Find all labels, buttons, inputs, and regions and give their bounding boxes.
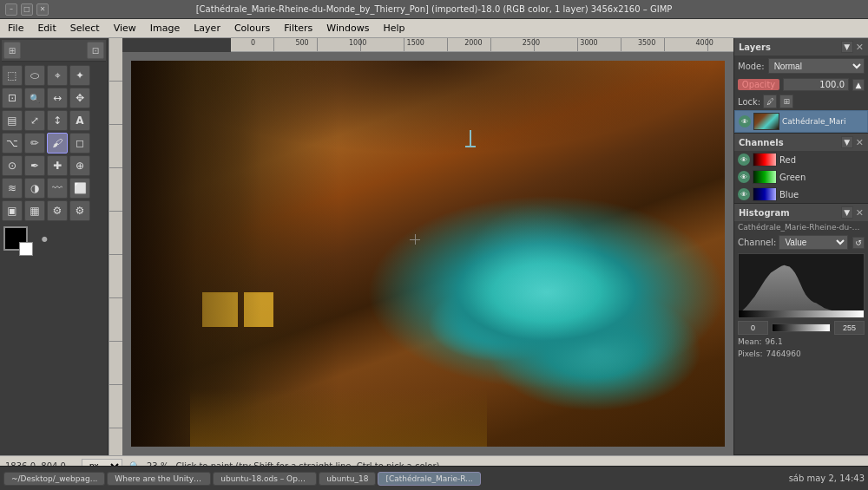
measure-tool[interactable]: ↔ — [47, 88, 68, 108]
histogram-range-max[interactable] — [834, 321, 865, 335]
channels-panel-close[interactable]: ✕ — [856, 137, 864, 148]
histogram-svg — [739, 254, 864, 317]
title-bar: – □ ✕ [Cathédrale_Marie-Rheine-du-Monde_… — [0, 0, 868, 19]
channels-panel-header[interactable]: Channels ▼ ✕ — [734, 134, 868, 151]
histogram-panel-title: Histogram — [739, 208, 790, 218]
background-color[interactable] — [19, 242, 33, 256]
layers-panel: Layers ▼ ✕ Mode: Normal Multiply Screen … — [734, 38, 868, 134]
taskbar: ~/Desktop/_webpag... Where are the Unity… — [0, 466, 868, 490]
layers-panel-options[interactable]: ▼ — [841, 41, 853, 53]
channel-green-visibility[interactable]: 👁 — [738, 171, 750, 183]
layers-panel-close[interactable]: ✕ — [856, 42, 864, 53]
menu-file[interactable]: File — [2, 22, 30, 35]
toolbox-options-icon[interactable]: ⊡ — [87, 42, 104, 59]
menu-layer[interactable]: Layer — [187, 22, 227, 35]
smudge-tool[interactable]: 〰 — [47, 178, 68, 199]
free-select-tool[interactable]: ⌖ — [47, 65, 68, 86]
eraser-tool[interactable]: ◻ — [69, 133, 90, 154]
channel-blue-visibility[interactable]: 👁 — [738, 188, 750, 200]
menu-help[interactable]: Help — [377, 22, 411, 35]
dodge-burn-tool[interactable]: ◑ — [24, 178, 45, 199]
heal-tool[interactable]: ✚ — [47, 155, 68, 176]
layer-item[interactable]: 👁 Cathédrale_Mari — [734, 110, 868, 133]
layers-panel-title: Layers — [739, 42, 771, 52]
roof-area — [190, 389, 487, 447]
histogram-channel-select[interactable]: Value Red Green Blue — [779, 235, 848, 250]
taskbar-item-4[interactable]: [Cathédrale_Marie-R... — [378, 472, 480, 486]
taskbar-item-1[interactable]: Where are the Unity ... — [107, 472, 211, 486]
layers-panel-header[interactable]: Layers ▼ ✕ — [734, 38, 868, 56]
histogram-pixels-stats: Pixels: 7464960 — [734, 348, 868, 360]
toolbox-expand-icon[interactable]: ⊞ — [3, 42, 21, 59]
channel-red-thumb — [753, 153, 777, 167]
channel-item-blue[interactable]: 👁 Blue — [734, 186, 868, 203]
fuzzy-select-tool[interactable]: ✦ — [69, 65, 90, 86]
taskbar-item-0[interactable]: ~/Desktop/_webpag... — [3, 472, 105, 486]
menu-view[interactable]: View — [108, 22, 142, 35]
channel-blue-thumb — [753, 187, 777, 201]
menu-colours[interactable]: Colours — [228, 22, 276, 35]
clone-tool[interactable]: ⊕ — [69, 155, 90, 176]
channel-red-visibility[interactable]: 👁 — [738, 154, 750, 166]
taskbar-item-2[interactable]: ubuntu-18.ods – Ope... — [213, 472, 317, 486]
path-tool[interactable]: ⌥ — [2, 133, 23, 154]
align-tool[interactable]: ▤ — [2, 110, 23, 131]
ruler-left — [108, 38, 122, 455]
histogram-panel-close[interactable]: ✕ — [856, 207, 864, 219]
menu-windows[interactable]: Windows — [320, 22, 375, 35]
script-tool[interactable]: ⚙ — [47, 200, 68, 221]
opacity-stepper[interactable]: ▲ — [852, 79, 865, 91]
histogram-refresh-icon[interactable]: ↺ — [852, 237, 865, 249]
lock-label: Lock: — [738, 97, 760, 107]
color-picker-tool[interactable]: ⊡ — [2, 88, 23, 108]
menu-select[interactable]: Select — [64, 22, 106, 35]
airbrush-tool[interactable]: ⊙ — [2, 155, 23, 176]
layer-visibility-toggle[interactable]: 👁 — [739, 115, 751, 127]
histogram-range-gradient[interactable] — [772, 323, 831, 332]
rectangle-select-tool[interactable]: ⬚ — [2, 65, 23, 86]
histogram-channel-row: Channel: Value Red Green Blue ↺ — [734, 233, 868, 252]
ellipse-select-tool[interactable]: ⬭ — [24, 65, 45, 86]
mode-select[interactable]: Normal Multiply Screen — [768, 58, 865, 74]
flip-tool[interactable]: ↕ — [47, 110, 68, 131]
canvas-area[interactable] — [122, 52, 733, 455]
histogram-range-bar — [739, 310, 864, 317]
histogram-stats: Mean: 96.1 — [734, 336, 868, 348]
lock-pixels-icon[interactable]: 🖊 — [763, 95, 777, 108]
histogram-subtitle: Cathédrale_Marie-Rheine-du-Mo... — [734, 221, 868, 233]
foreground-color[interactable] — [3, 226, 28, 251]
zoom-tool[interactable]: 🔍 — [24, 88, 45, 108]
histogram-range-min[interactable] — [738, 321, 768, 335]
menu-filters[interactable]: Filters — [278, 22, 319, 35]
blend-tool[interactable]: ▦ — [24, 200, 45, 221]
bucket-fill-tool[interactable]: ▣ — [2, 200, 23, 221]
canvas-image[interactable] — [131, 61, 725, 447]
close-button[interactable]: ✕ — [36, 3, 49, 16]
color-select-tool[interactable]: ⬜ — [69, 178, 90, 199]
blur-tool[interactable]: ≋ — [2, 178, 23, 199]
lock-position-icon[interactable]: ⊞ — [779, 95, 793, 108]
transform-tool[interactable]: ⤢ — [24, 110, 45, 131]
histogram-panel-header[interactable]: Histogram ▼ ✕ — [734, 204, 868, 221]
pencil-tool[interactable]: ✏ — [24, 133, 45, 154]
ink-tool[interactable]: ✒ — [24, 155, 45, 176]
menu-edit[interactable]: Edit — [31, 22, 62, 35]
text-tool[interactable]: A — [69, 110, 90, 131]
histogram-panel-options[interactable]: ▼ — [841, 206, 853, 219]
histogram-graph — [738, 253, 865, 318]
taskbar-item-3[interactable]: ubuntu_18 — [319, 472, 376, 486]
maximize-button[interactable]: □ — [21, 3, 33, 16]
menu-bar: File Edit Select View Image Layer Colour… — [0, 19, 868, 38]
channel-green-thumb — [753, 170, 777, 184]
opacity-label: Opacity — [738, 79, 779, 90]
channel-item-green[interactable]: 👁 Green — [734, 168, 868, 186]
channels-panel-options[interactable]: ▼ — [841, 136, 853, 148]
histogram-mean-value: 96.1 — [766, 337, 783, 346]
menu-image[interactable]: Image — [144, 22, 186, 35]
script-tool-2[interactable]: ⚙ — [69, 200, 90, 221]
channel-red-label: Red — [779, 155, 796, 165]
paintbrush-tool[interactable]: 🖌 — [47, 133, 68, 154]
channel-item-red[interactable]: 👁 Red — [734, 151, 868, 168]
minimize-button[interactable]: – — [5, 3, 17, 16]
move-tool[interactable]: ✥ — [69, 88, 90, 108]
